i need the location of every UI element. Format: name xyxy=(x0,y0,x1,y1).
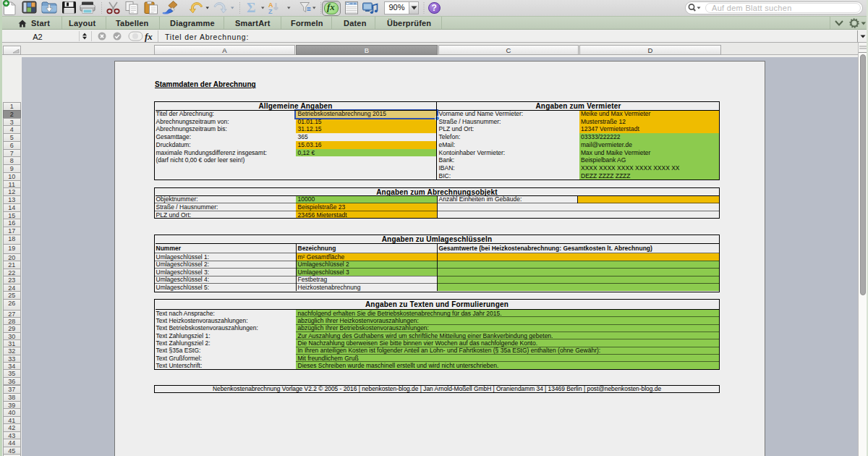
svg-text:Z: Z xyxy=(268,8,273,15)
svg-text:Σ: Σ xyxy=(247,0,255,15)
